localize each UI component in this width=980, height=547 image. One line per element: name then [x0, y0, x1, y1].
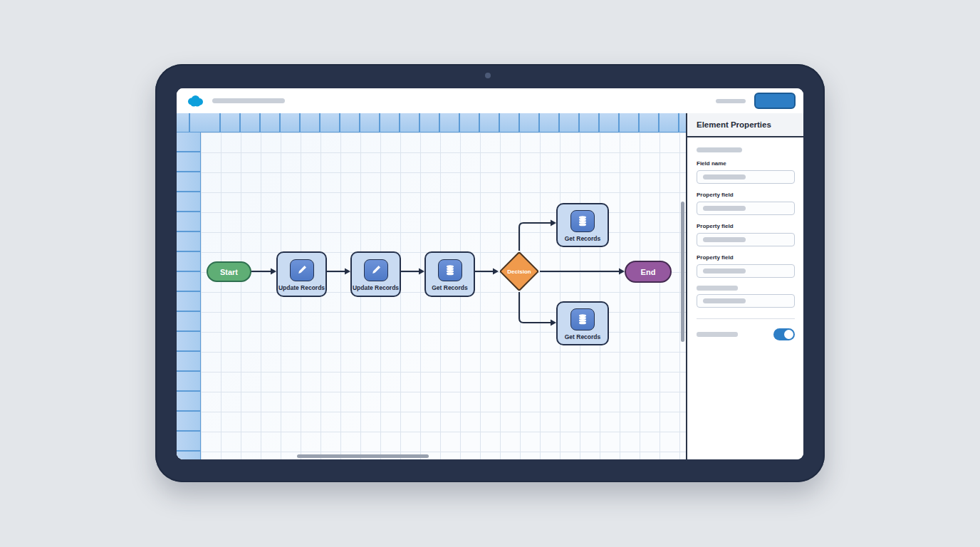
field-group-property-2: Property field — [697, 223, 795, 246]
flow-node-end[interactable]: End — [625, 261, 672, 283]
panel-title: Element Properties — [687, 113, 803, 137]
field-label-placeholder — [697, 286, 738, 291]
input-value-placeholder — [703, 174, 746, 179]
node-label: Update Records — [278, 284, 325, 291]
database-icon — [438, 259, 462, 281]
top-bar — [177, 88, 803, 113]
flow-node-update-records-2[interactable]: Update Records — [350, 251, 401, 297]
node-label: Start — [220, 268, 238, 276]
panel-subtitle-placeholder — [697, 147, 742, 152]
property-field-input-2[interactable] — [697, 233, 795, 246]
primary-action-button[interactable] — [754, 93, 796, 109]
toggle-row — [697, 328, 795, 340]
app-window: Start Update Records — [177, 88, 803, 459]
pencil-icon — [290, 259, 314, 281]
tablet-frame: Start Update Records — [155, 64, 825, 482]
flow-canvas[interactable]: Start Update Records — [177, 113, 686, 459]
database-icon — [570, 308, 595, 330]
flow-node-start[interactable]: Start — [207, 261, 251, 282]
property-field-input-3[interactable] — [697, 264, 795, 278]
property-field-input-1[interactable] — [697, 202, 795, 215]
salesforce-cloud-icon — [187, 95, 204, 107]
flow-node-get-records-1[interactable]: Get Records — [424, 251, 475, 297]
node-label: Get Records — [565, 333, 601, 340]
unlabeled-input[interactable] — [697, 294, 795, 308]
field-label: Property field — [697, 254, 795, 261]
horizontal-scrollbar[interactable] — [297, 454, 429, 458]
flow-node-update-records-1[interactable]: Update Records — [276, 251, 327, 297]
toggle-label-placeholder — [697, 332, 738, 337]
field-group-property-3: Property field — [697, 254, 795, 278]
node-label: Get Records — [432, 284, 468, 291]
app-title-placeholder — [212, 98, 285, 103]
field-label: Property field — [697, 192, 795, 198]
toggle-switch-on[interactable] — [773, 328, 795, 340]
field-group-property-1: Property field — [697, 192, 795, 215]
node-label: End — [641, 268, 656, 276]
flow-node-get-records-top[interactable]: Get Records — [556, 203, 609, 247]
input-value-placeholder — [703, 298, 746, 303]
input-value-placeholder — [703, 269, 746, 274]
node-label: Decision — [499, 251, 540, 292]
toggle-knob — [784, 330, 793, 339]
field-label: Property field — [697, 223, 795, 229]
node-label: Get Records — [565, 235, 601, 242]
pencil-icon — [364, 259, 388, 281]
flow-node-get-records-bottom[interactable]: Get Records — [556, 301, 609, 345]
field-label: Field name — [697, 160, 795, 167]
node-label: Update Records — [353, 284, 399, 291]
input-value-placeholder — [703, 206, 746, 211]
input-value-placeholder — [703, 237, 746, 242]
vertical-scrollbar[interactable] — [681, 202, 684, 342]
field-group-field-name: Field name — [697, 160, 795, 184]
panel-divider — [697, 318, 795, 319]
camera-dot — [485, 73, 491, 78]
database-icon — [570, 210, 595, 232]
flow-node-decision[interactable]: Decision — [499, 251, 540, 292]
field-name-input[interactable] — [697, 170, 795, 184]
menu-placeholder — [716, 99, 746, 103]
field-group-unlabeled — [697, 286, 795, 308]
element-properties-panel: Element Properties Field name Property f… — [686, 113, 803, 459]
